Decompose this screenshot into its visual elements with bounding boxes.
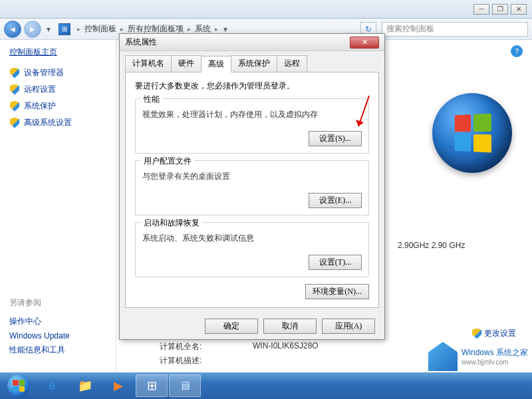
sidebar-link-action-center[interactable]: 操作中心 [9, 314, 106, 329]
taskbar-control-panel[interactable]: ⊞ [136, 374, 168, 397]
tab-panel-advanced: 要进行大多数更改，您必须作为管理员登录。 性能 视觉效果，处理器计划，内存使用，… [125, 72, 379, 308]
close-button[interactable]: ✕ [511, 4, 527, 15]
refresh-icon: ↻ [365, 25, 372, 34]
performance-settings-button[interactable]: 设置(S)... [309, 131, 362, 146]
sidebar-link-performance[interactable]: 性能信息和工具 [9, 342, 106, 358]
tab-hardware[interactable]: 硬件 [171, 55, 201, 72]
breadcrumb-sep-icon: ▸ [188, 25, 191, 33]
sidebar-item-label: 高级系统设置 [24, 117, 72, 128]
sidebar-item-advanced[interactable]: 高级系统设置 [9, 114, 106, 131]
info-label: 计算机全名: [160, 341, 253, 352]
start-button[interactable] [3, 374, 35, 398]
shield-icon [472, 329, 481, 339]
shield-icon [9, 84, 20, 95]
dialog-title: 系统属性 [125, 37, 350, 48]
system-properties-dialog: 系统属性 ✕ 计算机名 硬件 高级 系统保护 远程 要进行大多数更改，您必须作为… [119, 33, 385, 340]
sidebar-seealso-title: 另请参阅 [9, 297, 106, 309]
apply-button[interactable]: 应用(A) [322, 319, 375, 334]
search-placeholder: 搜索控制面板 [386, 23, 434, 35]
sidebar-item-label: 系统保护 [24, 100, 56, 112]
ok-button[interactable]: 确定 [205, 319, 258, 334]
shield-icon [9, 68, 20, 78]
media-icon: ▶ [109, 378, 128, 394]
dialog-tabs: 计算机名 硬件 高级 系统保护 远程 [120, 51, 384, 72]
info-value: WIN-I0LIK6SJ28O [253, 341, 319, 352]
control-panel-icon: ⊞ [142, 378, 161, 394]
sidebar-item-label: 设备管理器 [24, 67, 64, 78]
tab-computer-name[interactable]: 计算机名 [125, 55, 172, 72]
startup-settings-button[interactable]: 设置(T)... [309, 255, 362, 270]
sidebar-home-link[interactable]: 控制面板主页 [9, 47, 106, 58]
admin-note: 要进行大多数更改，您必须作为管理员登录。 [135, 80, 369, 92]
taskbar-system[interactable]: 🖥 [169, 374, 201, 397]
arrow-right-icon: ► [29, 25, 37, 34]
history-dropdown[interactable]: ▾ [44, 23, 53, 36]
change-settings-link[interactable]: 更改设置 [472, 328, 516, 339]
taskbar-explorer[interactable]: 📁 [69, 374, 101, 397]
back-button[interactable]: ◄ [4, 21, 21, 38]
sidebar-item-device-manager[interactable]: 设备管理器 [9, 65, 106, 81]
info-label: 计算机描述: [160, 355, 253, 366]
taskbar-ie[interactable]: e [36, 374, 68, 397]
cancel-button[interactable]: 取消 [263, 319, 317, 334]
minimize-button[interactable]: ─ [473, 4, 489, 15]
shield-icon [9, 118, 20, 128]
watermark-title: Windows 系统之家 [462, 347, 528, 358]
folder-icon: 📁 [76, 378, 94, 394]
group-performance: 性能 视觉效果，处理器计划，内存使用，以及虚拟内存 设置(S)... [135, 98, 369, 154]
breadcrumb-sep-icon: ▸ [215, 25, 218, 33]
sidebar-item-remote[interactable]: 远程设置 [9, 81, 106, 98]
arrow-left-icon: ◄ [9, 25, 17, 34]
group-desc: 系统启动、系统失败和调试信息 [142, 233, 362, 244]
group-desc: 与您登录有关的桌面设置 [142, 171, 362, 182]
dialog-titlebar[interactable]: 系统属性 ✕ [120, 34, 384, 51]
taskbar-media[interactable]: ▶ [102, 374, 134, 397]
watermark-url: www.bjjmlv.com [462, 358, 528, 366]
tab-remote[interactable]: 远程 [277, 55, 307, 72]
windows-logo [432, 93, 512, 173]
control-panel-icon: ⊞ [59, 23, 70, 35]
maximize-button[interactable]: ❐ [492, 4, 508, 15]
forward-button[interactable]: ► [24, 21, 41, 38]
group-user-profile: 用户配置文件 与您登录有关的桌面设置 设置(E)... [135, 160, 369, 215]
taskbar: e 📁 ▶ ⊞ 🖥 [0, 372, 532, 399]
cpu-speed-text: 2.90GHz 2.90 GHz [398, 241, 465, 250]
breadcrumb-item[interactable]: 控制面板 [84, 23, 116, 35]
dialog-buttons: 确定 取消 应用(A) [120, 313, 384, 339]
group-title: 用户配置文件 [141, 156, 194, 167]
watermark-icon [428, 342, 458, 371]
profile-settings-button[interactable]: 设置(E)... [309, 193, 362, 208]
dialog-close-button[interactable]: ✕ [350, 37, 379, 49]
group-title: 性能 [141, 94, 162, 105]
computer-icon: 🖥 [176, 378, 194, 394]
tab-protection[interactable]: 系统保护 [231, 55, 277, 72]
breadcrumb-sep-icon: ▸ [77, 25, 80, 33]
sidebar-item-label: 远程设置 [24, 84, 56, 95]
search-input[interactable]: 搜索控制面板 [382, 22, 528, 37]
group-title: 启动和故障恢复 [141, 217, 202, 229]
group-startup-recovery: 启动和故障恢复 系统启动、系统失败和调试信息 设置(T)... [135, 222, 369, 277]
help-button[interactable]: ? [511, 45, 523, 57]
sidebar: 控制面板主页 设备管理器 远程设置 系统保护 高级系统设置 另请参阅 操作中心 … [0, 40, 116, 372]
group-desc: 视觉效果，处理器计划，内存使用，以及虚拟内存 [142, 109, 362, 120]
sidebar-link-windows-update[interactable]: Windows Update [9, 329, 106, 342]
window-titlebar: ─ ❐ ✕ [0, 0, 532, 19]
shield-icon [9, 101, 20, 112]
tab-advanced[interactable]: 高级 [201, 56, 231, 72]
watermark: Windows 系统之家 www.bjjmlv.com [428, 342, 528, 371]
env-variables-button[interactable]: 环境变量(N)... [305, 284, 369, 299]
sidebar-item-protection[interactable]: 系统保护 [9, 98, 106, 114]
ie-icon: e [43, 378, 61, 394]
breadcrumb-sep-icon: ▸ [120, 25, 124, 33]
